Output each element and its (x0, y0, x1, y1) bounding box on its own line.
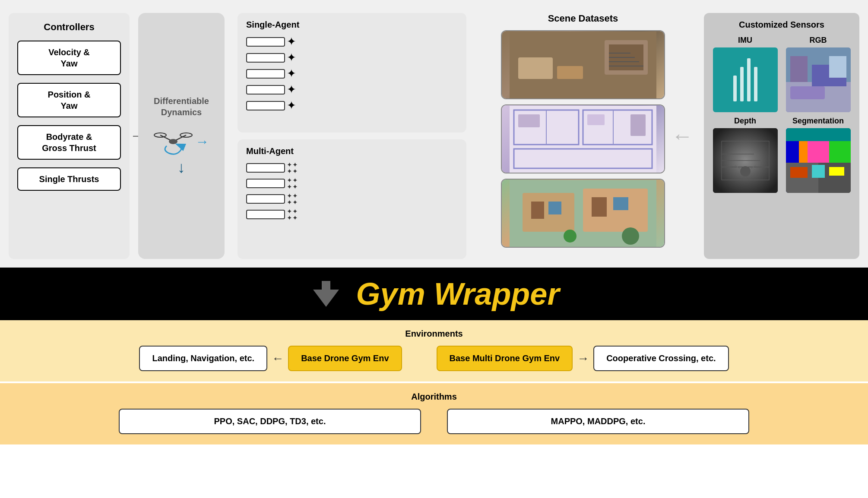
svg-rect-54 (790, 167, 808, 178)
controller-position-yaw: Position & Yaw (17, 83, 121, 117)
env-base-drone: Base Drone Gym Env (288, 346, 402, 371)
environments-section: Environments Landing, Navigation, etc. ←… (0, 320, 868, 381)
sensors-title: Customized Sensors (711, 20, 852, 30)
scene-datasets-title: Scene Datasets (501, 13, 665, 24)
agent-bar (246, 163, 285, 173)
drone-icon-4: ✦ (287, 83, 296, 96)
svg-rect-57 (799, 141, 808, 163)
sensor-depth-img (713, 128, 778, 193)
drone-diagram: → (154, 126, 209, 157)
imu-line-4 (754, 67, 757, 101)
svg-point-44 (740, 166, 751, 177)
svg-rect-20 (518, 114, 540, 127)
agent-row-4: ✦ (246, 83, 458, 96)
algorithms-section: Algorithms PPO, SAC, DDPG, TD3, etc. MAP… (0, 383, 868, 444)
drone-down-arrow: ↓ (177, 158, 185, 177)
multi-agent-rows: ✦✦ ✦✦ ✦✦ ✦✦ ✦✦ (246, 161, 458, 221)
sensor-depth: Depth (711, 117, 779, 193)
imu-line-2 (740, 67, 744, 101)
scene-svg-2 (510, 106, 656, 173)
gym-down-arrow-svg (309, 277, 343, 311)
svg-rect-12 (518, 57, 553, 79)
algorithms-row: PPO, SAC, DDPG, TD3, etc. MAPPO, MADDPG,… (17, 409, 851, 434)
gym-wrapper-title: Gym Wrapper (356, 276, 560, 312)
svg-rect-26 (548, 202, 561, 214)
agent-bar (246, 37, 285, 47)
rgb-svg (786, 47, 851, 112)
sensor-imu: IMU (711, 36, 779, 112)
controller-single-thrusts: Single Thrusts (17, 167, 121, 191)
scene-img-1 (502, 31, 664, 98)
env-base-multi: Base Multi Drone Gym Env (437, 346, 573, 371)
scene-card-3 (501, 179, 665, 248)
agent-bar (246, 85, 285, 95)
svg-rect-13 (557, 66, 583, 79)
sensor-rgb: RGB (784, 36, 852, 112)
scene-cards (501, 30, 665, 248)
sensor-rgb-label: RGB (810, 36, 827, 45)
scene-svg-1 (510, 32, 656, 98)
sensors-grid: IMU RGB (711, 36, 852, 193)
sensor-seg-label: Segmentation (792, 117, 844, 126)
svg-rect-22 (630, 114, 646, 136)
agents-section: Single-Agent ✦ ✦ ✦ (233, 13, 471, 259)
svg-rect-56 (829, 167, 844, 176)
multi-agent-title: Multi-Agent (246, 146, 458, 156)
scene-img-2 (502, 105, 664, 173)
svg-rect-58 (786, 128, 851, 141)
agent-to-scene-connector (475, 13, 497, 259)
imu-line-3 (747, 58, 751, 101)
env-cooperative: Cooperative Crossing, etc. (593, 346, 729, 371)
sensor-imu-img (713, 47, 778, 112)
seg-svg (786, 128, 851, 193)
sensor-depth-label: Depth (734, 117, 756, 126)
single-agent-group: Single-Agent ✦ ✦ ✦ (238, 13, 466, 132)
svg-rect-21 (587, 114, 605, 125)
svg-point-30 (622, 227, 639, 245)
controllers-title: Controllers (17, 22, 121, 33)
multi-row-3: ✦✦ ✦✦ (246, 192, 458, 205)
env-landing-nav: Landing, Navigation, etc. (139, 346, 267, 371)
drone-cluster-1: ✦✦ ✦✦ (287, 161, 298, 174)
top-section: Controllers Velocity & Yaw Position & Ya… (0, 0, 868, 268)
algo-multi: MAPPO, MADDPG, etc. (447, 409, 749, 434)
imu-lines (733, 58, 757, 101)
scene-to-sensor-arrow: ← (669, 13, 695, 259)
svg-rect-36 (790, 86, 825, 99)
agent-row-5: ✦ (246, 99, 458, 112)
drone-icon-2: ✦ (287, 51, 296, 64)
scene-sensor-arrow-icon: ← (672, 123, 693, 148)
svg-rect-28 (592, 197, 607, 217)
svg-rect-37 (829, 56, 846, 78)
imu-line-1 (733, 76, 737, 101)
multi-row-1: ✦✦ ✦✦ (246, 161, 458, 174)
drone-icon-5: ✦ (287, 99, 296, 112)
scene-card-2 (501, 104, 665, 173)
scene-svg-3 (510, 180, 656, 247)
svg-rect-25 (531, 202, 544, 219)
svg-rect-34 (790, 56, 808, 82)
scene-img-3 (502, 180, 664, 247)
multi-row-4: ✦✦ ✦✦ (246, 208, 458, 221)
drone-svg (154, 126, 193, 157)
single-agent-rows: ✦ ✦ ✦ ✦ ✦ (246, 35, 458, 112)
agent-bar (246, 53, 285, 63)
controller-velocity-yaw: Velocity & Yaw (17, 41, 121, 75)
sensors-panel: Customized Sensors IMU RGB (704, 13, 859, 259)
svg-rect-29 (613, 197, 628, 210)
diff-dynamics-panel: DifferentiableDynamics (138, 13, 225, 259)
sensor-seg-img (786, 128, 851, 193)
scene-datasets-panel: Scene Datasets (501, 13, 665, 259)
environments-title: Environments (17, 329, 851, 339)
environments-row: Landing, Navigation, etc. ← Base Drone G… (17, 346, 851, 371)
env-arrow-right: → (573, 352, 593, 366)
agent-bar (246, 194, 285, 204)
drone-cluster-2: ✦✦ ✦✦ (287, 177, 298, 190)
depth-svg (713, 128, 778, 193)
agents-scene-section: Single-Agent ✦ ✦ ✦ (233, 13, 695, 259)
drone-cluster-4: ✦✦ ✦✦ (287, 208, 298, 221)
agent-row-2: ✦ (246, 51, 458, 64)
drone-right-arrow: → (195, 134, 209, 150)
drone-icon-3: ✦ (287, 67, 296, 80)
gym-wrapper-section: Gym Wrapper (0, 268, 868, 320)
